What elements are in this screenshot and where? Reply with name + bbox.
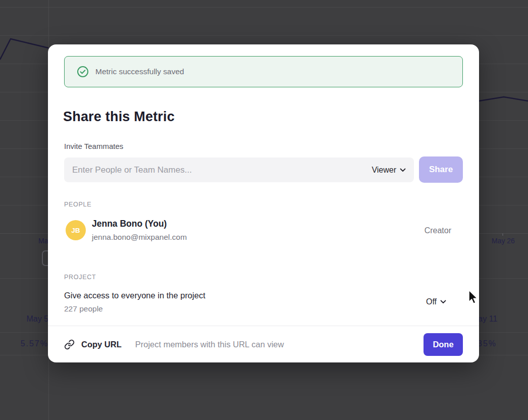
done-button[interactable]: Done xyxy=(424,333,463,356)
chevron-down-icon xyxy=(400,168,406,172)
success-check-icon xyxy=(77,66,89,78)
success-toast: Metric successfully saved xyxy=(64,56,463,87)
project-people-count: 227 people xyxy=(64,304,103,313)
people-section-heading: PEOPLE xyxy=(64,201,91,208)
url-permission-hint: Project members with this URL can view xyxy=(135,340,284,349)
person-name: Jenna Bono (You) xyxy=(92,219,167,229)
avatar: JB xyxy=(66,220,86,240)
invite-teammates-label: Invite Teammates xyxy=(64,142,123,150)
project-access-dropdown[interactable]: Off xyxy=(426,297,446,306)
person-role: Creator xyxy=(425,226,451,235)
share-button[interactable]: Share xyxy=(419,156,463,183)
table-cell-value: 35% xyxy=(478,339,497,348)
role-dropdown-value: Viewer xyxy=(372,166,396,175)
project-access-value: Off xyxy=(426,297,437,306)
invite-input[interactable] xyxy=(71,165,371,176)
person-email: jenna.bono@mixpanel.com xyxy=(92,233,187,242)
role-dropdown[interactable]: Viewer xyxy=(371,164,407,177)
project-access-title: Give access to everyone in the project xyxy=(64,291,205,300)
toast-message: Metric successfully saved xyxy=(95,67,184,76)
chevron-down-icon xyxy=(440,300,446,304)
x-axis-label-right: May 26 xyxy=(492,237,515,245)
link-icon xyxy=(64,339,75,350)
share-metric-modal: Metric successfully saved Share this Met… xyxy=(48,44,479,362)
table-header-date: May 5 xyxy=(20,314,48,324)
invite-field[interactable]: Viewer xyxy=(64,158,414,182)
modal-title: Share this Metric xyxy=(63,109,175,125)
project-section-heading: PROJECT xyxy=(64,274,96,281)
avatar-initials: JB xyxy=(71,227,80,234)
copy-url-button[interactable]: Copy URL xyxy=(64,339,122,350)
table-cell-value: 5.57% xyxy=(18,339,48,348)
modal-footer: Copy URL Project members with this URL c… xyxy=(48,326,479,362)
copy-url-label: Copy URL xyxy=(81,340,122,349)
axis-tick xyxy=(502,233,503,236)
